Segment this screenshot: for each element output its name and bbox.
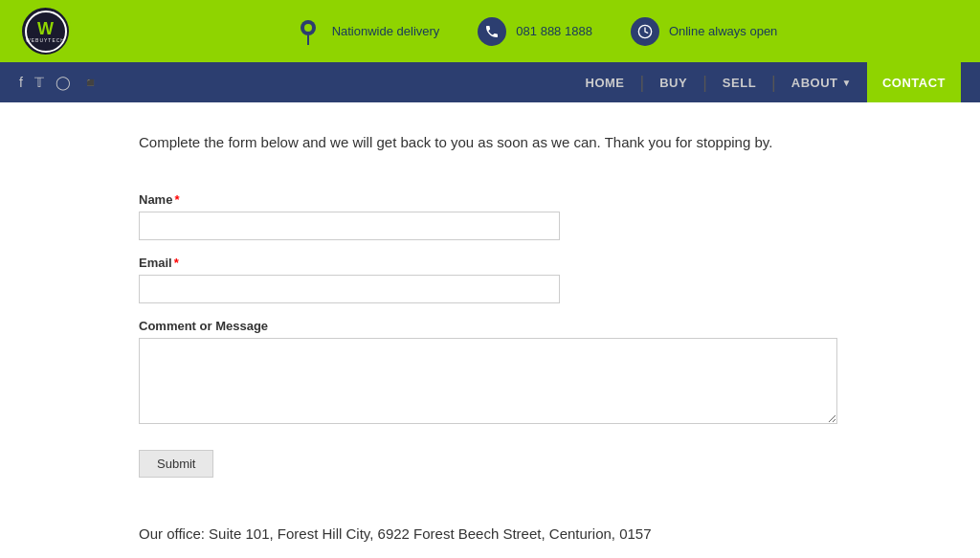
main-content: Complete the form below and we will get … [0,102,980,558]
nav-buy[interactable]: BUY [644,62,702,102]
phone-icon [478,17,506,46]
name-label: Name* [139,192,841,207]
message-textarea[interactable] [139,338,837,424]
name-required: * [174,192,179,207]
github-icon[interactable]: ◯ [56,75,71,90]
nav-contact[interactable]: CONTACT [867,62,961,102]
twitter-icon[interactable]: 𝕋 [34,75,44,90]
youtube-icon[interactable]: ◾ [82,75,99,90]
about-dropdown-icon: ▼ [842,78,852,88]
svg-rect-2 [307,35,309,45]
email-input[interactable] [139,275,560,303]
email-required: * [174,256,179,270]
office-info: Our office: Suite 101, Forest Hill City,… [139,525,841,542]
message-label: Comment or Message [139,319,841,333]
nav-bar: f 𝕋 ◯ ◾ HOME | BUY | SELL | ABOUT ▼ CONT… [0,62,980,102]
logo-area: W WEBUYTECH [19,5,72,57]
contact-form: Name* Email* Comment or Message Submit [139,192,841,478]
hours-info: Online always open [631,17,777,46]
email-label: Email* [139,256,841,270]
facebook-icon[interactable]: f [19,75,23,90]
nav-sell[interactable]: SELL [707,62,771,102]
submit-button[interactable]: Submit [139,450,213,478]
phone-text: 081 888 1888 [516,24,592,38]
delivery-info: Nationwide delivery [294,17,440,46]
clock-icon [631,17,659,46]
delivery-text: Nationwide delivery [332,24,440,38]
social-icons: f 𝕋 ◯ ◾ [19,75,99,90]
nav-links: HOME | BUY | SELL | ABOUT ▼ CONTACT [570,62,961,102]
logo: W WEBUYTECH [19,5,72,57]
hours-text: Online always open [669,24,777,38]
email-group: Email* [139,256,841,303]
svg-point-1 [304,24,312,32]
logo-w-letter: W [37,20,54,37]
nav-home[interactable]: HOME [570,62,640,102]
intro-text: Complete the form below and we will get … [139,131,841,154]
nav-about[interactable]: ABOUT ▼ [776,62,867,102]
message-group: Comment or Message [139,319,841,427]
top-bar: W WEBUYTECH Nationwide delivery 081 8 [0,0,980,62]
top-bar-info: Nationwide delivery 081 888 1888 Online … [110,17,961,46]
phone-info: 081 888 1888 [478,17,592,46]
name-input[interactable] [139,212,560,240]
logo-bottom-text: WEBUYTECH [26,37,65,43]
name-group: Name* [139,192,841,240]
delivery-icon [294,17,323,46]
